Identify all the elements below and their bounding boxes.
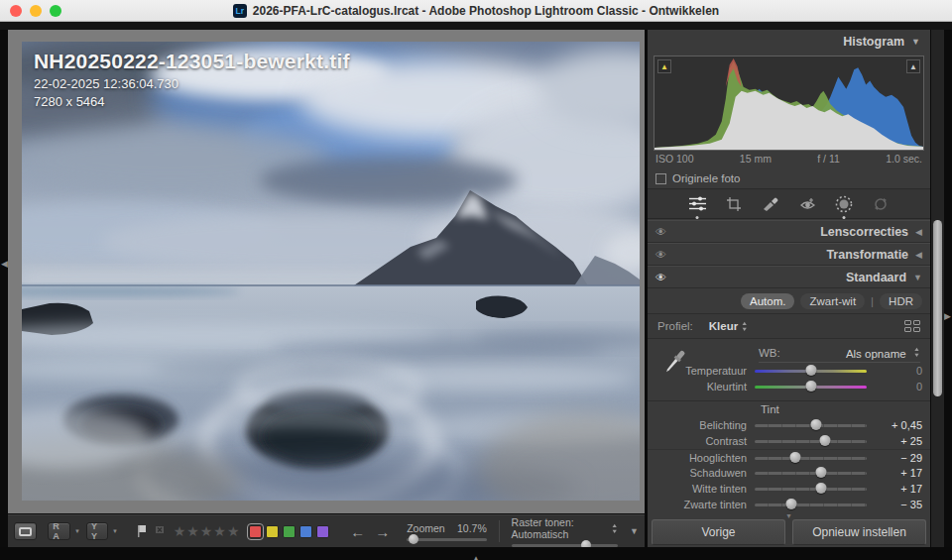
star-icon[interactable]: ★ [213, 524, 226, 538]
panel-collapsed-caret-icon[interactable]: ◀ [915, 250, 922, 260]
slider-row: Kleurtint 0 [648, 379, 930, 394]
next-photo-arrow-icon[interactable]: → [372, 524, 393, 539]
slider-row: Belichting + 0,45 [648, 417, 930, 433]
crop-tool-button[interactable] [725, 195, 743, 213]
panel-transformatie[interactable]: 👁 Transformatie ◀ [648, 243, 930, 266]
panel-expanded-caret-icon[interactable]: ▼ [913, 273, 922, 282]
grid-overlay-caret-icon[interactable]: ▲▼ [611, 522, 618, 533]
red-eye-tool-button[interactable] [798, 195, 816, 213]
show-filmstrip-arrow-icon[interactable]: ▲ [472, 554, 480, 560]
blacks-slider[interactable] [755, 504, 867, 506]
right-panel-scrollbar[interactable] [931, 30, 944, 547]
eye-icon[interactable]: 👁 [655, 249, 673, 261]
profile-caret-icon[interactable]: ▲▼ [741, 320, 748, 331]
panel-lenscorrecties[interactable]: 👁 Lenscorrecties ◀ [648, 220, 930, 243]
eye-icon[interactable]: 👁 [655, 272, 673, 283]
reference-view-button[interactable]: R A [48, 522, 70, 540]
show-left-panel-arrow-icon[interactable]: ◀ [1, 260, 8, 269]
flag-reject-button[interactable] [153, 524, 167, 538]
previous-photo-arrow-icon[interactable]: ← [347, 524, 368, 539]
sync-tool-button[interactable] [872, 195, 890, 213]
scrollbar-thumb[interactable] [933, 220, 942, 396]
profile-browser-grid-icon[interactable] [904, 320, 920, 332]
focal-length-value: 15 mm [740, 153, 772, 167]
healing-tool-button[interactable] [762, 195, 779, 213]
minimize-button[interactable] [30, 5, 42, 17]
star-icon[interactable]: ★ [227, 524, 240, 538]
slider-thumb[interactable] [786, 499, 797, 509]
star-icon[interactable]: ★ [174, 524, 186, 538]
exif-info-row: ISO 100 15 mm f / 11 1.0 sec. [655, 153, 922, 167]
star-icon[interactable]: ★ [200, 524, 213, 538]
slider-thumb[interactable] [789, 452, 800, 463]
histogram-collapse-caret-icon[interactable]: ▼ [911, 37, 920, 47]
highlight-clipping-warning-icon[interactable]: ▲ [906, 59, 920, 73]
star-icon[interactable]: ★ [186, 524, 199, 538]
zoom-window-button[interactable] [50, 5, 61, 17]
shadows-slider[interactable] [755, 472, 867, 475]
profile-select[interactable]: Kleur [709, 320, 738, 332]
panel-standaard[interactable]: 👁 Standaard ▼ [648, 266, 930, 288]
close-button[interactable] [10, 5, 22, 17]
highlights-slider[interactable] [755, 457, 867, 460]
edit-sliders-tool-button[interactable] [688, 195, 706, 213]
tone-section: Tint Belichting + 0,45 Contrast + 25 Hoo… [648, 400, 930, 511]
photo-view[interactable]: NH20250222-123051-bewerkt.tif 22-02-2025… [22, 42, 640, 501]
color-label-purple[interactable] [316, 525, 329, 538]
color-label-red[interactable] [249, 525, 262, 538]
zoom-slider-thumb[interactable] [409, 534, 418, 544]
slider-thumb[interactable] [815, 483, 826, 494]
slider-thumb[interactable] [820, 435, 831, 446]
auto-button[interactable]: Autom. [741, 293, 794, 309]
slider-label: Zwarte tinten [648, 499, 755, 510]
loupe-view-button[interactable] [14, 522, 37, 540]
slider-thumb[interactable] [805, 365, 816, 376]
wb-value[interactable]: Als opname [846, 348, 906, 360]
reset-button[interactable]: Opnieuw instellen [792, 519, 926, 545]
toolbar-options-caret-icon[interactable]: ▼ [630, 526, 639, 536]
hdr-button[interactable]: HDR [880, 293, 922, 309]
histogram-graph[interactable]: ▲ ▲ [654, 56, 924, 151]
slider-row: Witte tinten + 17 [648, 481, 930, 497]
masking-tool-button[interactable] [835, 195, 853, 213]
star-rating[interactable]: ★★★★★ [174, 524, 240, 538]
reference-view-caret-icon[interactable]: ▼ [74, 528, 80, 534]
slider-label: Witte tinten [648, 483, 755, 495]
hide-right-panel-arrow-icon[interactable]: ▶ [944, 312, 951, 321]
shadow-clipping-warning-icon[interactable]: ▲ [657, 59, 671, 73]
contrast-slider[interactable] [755, 440, 867, 443]
whites-slider[interactable] [755, 488, 867, 491]
panel-label[interactable]: Transformatie [673, 248, 915, 262]
overlay-datetime: 22-02-2025 12:36:04.730 [34, 76, 350, 91]
loupe-icon [19, 527, 32, 536]
panel-collapsed-caret-icon[interactable]: ◀ [915, 227, 922, 237]
before-after-view-button[interactable]: Y Y [86, 522, 108, 540]
panel-label[interactable]: Standaard [673, 271, 913, 284]
before-after-caret-icon[interactable]: ▼ [112, 528, 118, 534]
panel-scroll-caret-icon[interactable]: ▼ [648, 512, 930, 519]
histogram-header[interactable]: Histogram ▼ [648, 30, 930, 54]
top-strip [0, 22, 952, 30]
grid-overlay-label[interactable]: Raster tonen: Automatisch [512, 516, 609, 540]
slider-thumb[interactable] [815, 467, 826, 478]
white-balance-eyedropper-icon[interactable] [659, 346, 689, 382]
slider-thumb[interactable] [811, 419, 822, 430]
wb-caret-icon[interactable]: ▲▼ [913, 346, 920, 357]
color-label-yellow[interactable] [266, 525, 279, 538]
zoom-slider[interactable] [407, 538, 487, 541]
slider-value: 0 [867, 381, 930, 392]
black-white-button[interactable]: Zwart-wit [800, 293, 865, 309]
zoom-value: 10.7% [457, 522, 487, 534]
color-label-green[interactable] [283, 525, 296, 538]
wb-select-row[interactable]: WB: Als opname ▲▼ [759, 346, 920, 363]
color-label-blue[interactable] [299, 525, 312, 538]
overlay-filename: NH20250222-123051-bewerkt.tif [34, 50, 350, 73]
eye-icon[interactable]: 👁 [655, 226, 673, 238]
titlebar: Lr 2026-PFA-LrC-catalogus.lrcat - Adobe … [0, 0, 952, 22]
white-balance-section: WB: Als opname ▲▼ Temperatuur 0 Kleurtin… [648, 340, 930, 400]
slider-thumb[interactable] [805, 381, 816, 392]
previous-button[interactable]: Vorige [652, 519, 785, 545]
flag-pick-button[interactable] [135, 524, 149, 538]
original-photo-checkbox[interactable] [655, 173, 666, 184]
panel-label[interactable]: Lenscorrecties [673, 225, 915, 239]
